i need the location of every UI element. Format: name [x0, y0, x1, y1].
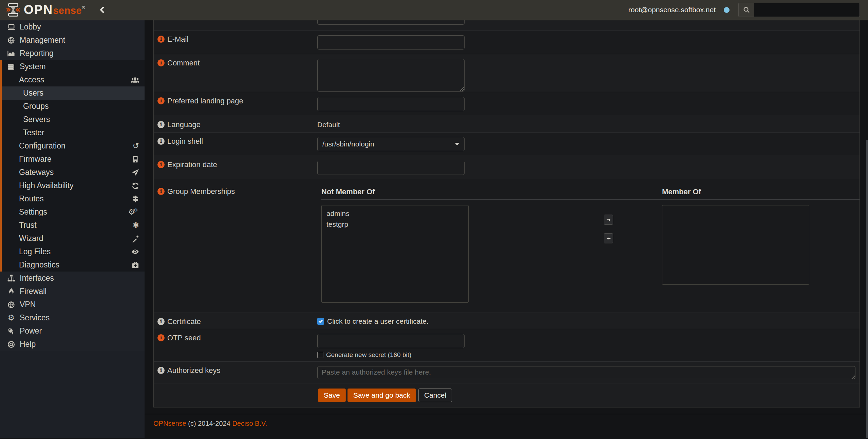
- life-ring-icon: [7, 341, 16, 348]
- cancel-button[interactable]: Cancel: [418, 388, 452, 402]
- sidebar-item-diagnostics[interactable]: Diagnostics: [2, 258, 145, 272]
- sidebar-item-firewall[interactable]: Firewall: [0, 285, 145, 298]
- opnsense-logo[interactable]: OPNsense®: [6, 3, 85, 17]
- sidebar-item-label: Management: [20, 36, 65, 45]
- sidebar-collapse-button[interactable]: [99, 6, 106, 13]
- field-label: E-Mail: [167, 35, 188, 43]
- sidebar-item-firmware[interactable]: Firmware: [2, 153, 145, 166]
- sidebar-item-label: Trust: [19, 221, 37, 230]
- sidebar-item-servers[interactable]: Servers: [2, 113, 145, 126]
- sidebar-item-services[interactable]: ⚙ Services: [0, 311, 145, 324]
- sidebar-item-label: Power: [20, 326, 42, 336]
- sidebar-item-tester[interactable]: Tester: [2, 126, 145, 139]
- info-icon[interactable]: i: [157, 161, 165, 168]
- sidebar-item-label: Users: [23, 88, 43, 98]
- generate-secret-checkbox[interactable]: [317, 352, 323, 358]
- info-icon[interactable]: i: [157, 138, 165, 145]
- save-button[interactable]: Save: [318, 388, 346, 402]
- sidebar-item-vpn[interactable]: VPN: [0, 298, 145, 311]
- sidebar-item-interfaces[interactable]: Interfaces: [0, 272, 145, 285]
- field-label: Group Memberships: [167, 187, 235, 196]
- authorized-keys-field[interactable]: [317, 366, 855, 379]
- field-label: Language: [167, 121, 201, 129]
- vertical-scrollbar-thumb[interactable]: [866, 140, 868, 438]
- info-icon[interactable]: i: [157, 121, 165, 128]
- login-shell-select[interactable]: /usr/sbin/nologin: [317, 137, 465, 151]
- refresh-icon: [132, 182, 139, 189]
- laptop-icon: [7, 23, 16, 31]
- sidebar-item-label: Lobby: [20, 22, 41, 32]
- sidebar-item-log-files[interactable]: Log Files: [2, 245, 145, 258]
- move-right-button[interactable]: [604, 215, 613, 225]
- comment-field[interactable]: [317, 59, 465, 92]
- sidebar-item-configuration[interactable]: Configuration ↺: [2, 139, 145, 153]
- sidebar-item-gateways[interactable]: Gateways: [2, 166, 145, 179]
- footer-brand-link[interactable]: OPNsense: [153, 420, 186, 427]
- search-icon: [739, 3, 754, 17]
- sidebar-item-label: Log Files: [19, 247, 51, 256]
- logo-text-opn: OPN: [24, 3, 53, 17]
- sidebar-item-users[interactable]: Users: [2, 86, 145, 100]
- sidebar-item-access[interactable]: Access: [2, 73, 145, 86]
- member-of-list[interactable]: [662, 205, 809, 285]
- list-option-testgrp[interactable]: testgrp: [322, 219, 468, 230]
- sidebar-item-label: VPN: [20, 300, 36, 309]
- field-label: Authorized keys: [167, 366, 221, 375]
- list-option-admins[interactable]: admins: [322, 208, 468, 219]
- sidebar-item-label: Firmware: [19, 155, 52, 164]
- field-label: Login shell: [167, 137, 203, 145]
- group-membership-duallist: Not Member Of Member Of admins testgrp: [317, 179, 860, 303]
- form-row-login-shell: i Login shell /usr/sbin/nologin: [154, 132, 860, 156]
- info-icon[interactable]: i: [157, 318, 165, 325]
- sidebar-item-settings[interactable]: Settings ⚙⚙: [2, 205, 145, 219]
- info-icon[interactable]: i: [157, 334, 165, 341]
- search-input[interactable]: [754, 3, 860, 17]
- sidebar-item-routes[interactable]: Routes: [2, 192, 145, 205]
- logo-registered-mark: ®: [82, 5, 85, 10]
- save-and-go-back-button[interactable]: Save and go back: [347, 388, 416, 402]
- info-icon[interactable]: i: [157, 367, 165, 374]
- info-icon[interactable]: i: [157, 59, 165, 66]
- eye-icon: [131, 248, 139, 256]
- info-icon[interactable]: i: [157, 36, 165, 43]
- sidebar-item-lobby[interactable]: Lobby: [0, 20, 145, 34]
- certificate-checkbox[interactable]: [317, 318, 324, 325]
- user-edit-form-panel: i E-Mail i Comment i Preferred landing p…: [153, 20, 860, 407]
- landing-page-field[interactable]: [317, 97, 465, 111]
- logged-in-user: root@opnsense.softbox.net: [628, 6, 716, 14]
- sidebar-item-system[interactable]: System: [2, 60, 145, 73]
- sidebar-item-groups[interactable]: Groups: [2, 100, 145, 113]
- sidebar-item-reporting[interactable]: Reporting: [0, 47, 145, 60]
- sidebar-item-wizard[interactable]: Wizard: [2, 232, 145, 245]
- sidebar-item-trust[interactable]: Trust ✱: [2, 219, 145, 232]
- certificate-icon: ✱: [133, 221, 139, 229]
- sidebar-item-help[interactable]: Help: [0, 338, 145, 351]
- sidebar-item-label: Firewall: [20, 287, 46, 296]
- sidebar-item-high-availability[interactable]: High Availability: [2, 179, 145, 192]
- sidebar-item-power[interactable]: Power: [0, 324, 145, 338]
- info-icon[interactable]: i: [157, 188, 165, 195]
- form-row-email: i E-Mail: [154, 30, 860, 54]
- move-left-button[interactable]: [604, 233, 613, 243]
- globe-icon: [7, 301, 16, 308]
- certificate-checkbox-label: Click to create a user certificate.: [327, 317, 429, 325]
- main-content: i E-Mail i Comment i Preferred landing p…: [145, 20, 868, 438]
- member-of-header: Member Of: [662, 187, 701, 196]
- logo-text-sense: sense: [53, 5, 82, 16]
- email-field[interactable]: [317, 35, 465, 49]
- otp-seed-field[interactable]: [317, 334, 465, 348]
- sitemap-icon: [7, 274, 16, 282]
- form-row-partial: [154, 20, 860, 30]
- info-icon[interactable]: i: [157, 97, 165, 104]
- users-group-icon: [131, 76, 139, 84]
- form-row-comment: i Comment: [154, 54, 860, 92]
- partial-input[interactable]: [317, 20, 465, 25]
- not-member-of-list[interactable]: admins testgrp: [321, 205, 469, 303]
- sidebar-item-label: Servers: [23, 115, 50, 124]
- plug-icon: [7, 327, 16, 335]
- sidebar-item-management[interactable]: Management: [0, 34, 145, 47]
- expiration-date-field[interactable]: [317, 161, 465, 175]
- footer-company-link[interactable]: Deciso B.V.: [232, 420, 267, 427]
- server-icon: [7, 63, 16, 71]
- check-icon: [318, 319, 323, 324]
